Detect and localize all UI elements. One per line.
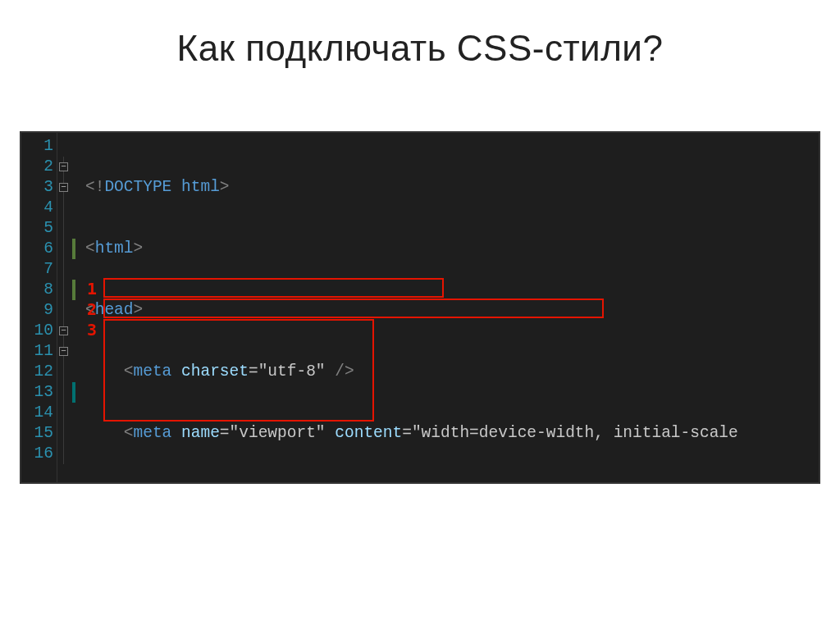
annotation-box-2 — [103, 299, 604, 318]
line-number: 4 — [21, 198, 53, 218]
annotation-label-1: 1 — [87, 279, 97, 299]
line-number: 3 — [21, 177, 53, 198]
line-number: 6 — [21, 239, 53, 259]
slide: Как подключать CSS-стили? 1 2 3 4 5 6 7 … — [0, 0, 840, 629]
fold-toggle-icon[interactable]: − — [59, 162, 68, 171]
line-number: 12 — [21, 362, 53, 382]
fold-toggle-icon[interactable]: − — [59, 326, 68, 335]
fold-toggle-icon[interactable]: − — [59, 183, 68, 192]
line-number: 15 — [21, 423, 53, 444]
code-area[interactable]: <!DOCTYPE html> <html> <head> <meta char… — [72, 133, 819, 482]
annotation-box-1 — [103, 278, 444, 298]
code-line: <meta name="viewport" content="width=dev… — [85, 423, 819, 444]
code-line: <html> — [85, 239, 819, 259]
fold-gutter: − − − − — [57, 133, 72, 482]
annotation-label-3: 3 — [87, 320, 97, 340]
line-number: 10 — [21, 321, 53, 341]
line-number: 7 — [21, 259, 53, 280]
line-number: 16 — [21, 444, 53, 464]
code-line: <!DOCTYPE html> — [85, 177, 819, 198]
code-editor: 1 2 3 4 5 6 7 8 9 10 11 12 13 14 15 16 − — [20, 131, 820, 484]
line-number: 13 — [21, 382, 53, 403]
line-number: 1 — [21, 136, 53, 157]
fold-toggle-icon[interactable]: − — [59, 347, 68, 356]
line-number: 11 — [21, 341, 53, 362]
line-number: 14 — [21, 403, 53, 423]
annotation-box-3 — [103, 319, 374, 422]
line-number: 9 — [21, 300, 53, 321]
annotation-label-2: 2 — [87, 299, 97, 320]
line-number: 8 — [21, 280, 53, 300]
line-number: 2 — [21, 157, 53, 177]
slide-title: Как подключать CSS-стили? — [0, 0, 840, 69]
line-number-gutter: 1 2 3 4 5 6 7 8 9 10 11 12 13 14 15 16 — [21, 133, 57, 482]
line-number: 5 — [21, 218, 53, 239]
